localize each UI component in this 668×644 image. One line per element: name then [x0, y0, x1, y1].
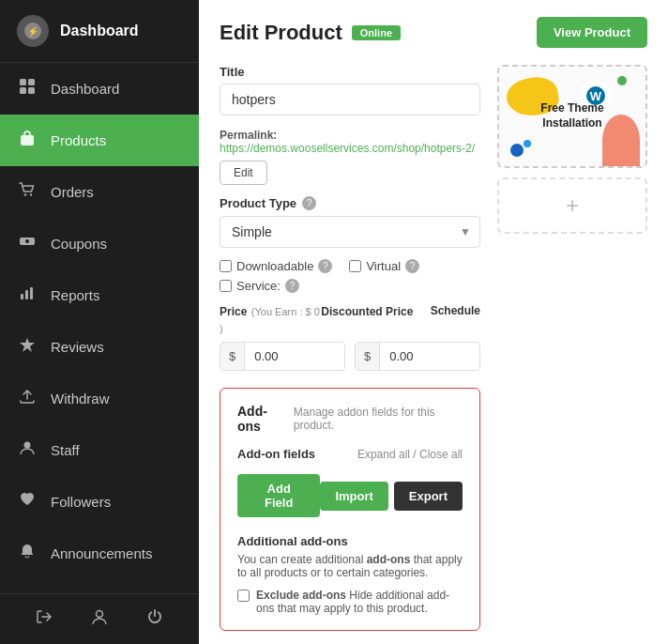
expand-close-all-button[interactable]: Expand all / Close all — [357, 448, 463, 461]
dashboard-icon: ⚡ — [17, 15, 49, 47]
svg-rect-13 — [30, 287, 33, 299]
virtual-checkbox[interactable] — [349, 260, 361, 272]
additional-addons-title: Additional add-ons — [237, 534, 463, 548]
sidebar-item-label: Dashboard — [51, 81, 119, 97]
product-type-row: Product Type ? — [220, 196, 480, 210]
price-currency-symbol: $ — [220, 343, 245, 370]
service-checkbox-item[interactable]: Service: ? — [220, 279, 299, 293]
sidebar-item-reviews[interactable]: Reviews — [0, 321, 199, 373]
sidebar-item-withdraw[interactable]: Withdraw — [0, 373, 199, 424]
schedule-label: Schedule — [431, 302, 480, 336]
svg-point-15 — [24, 442, 31, 449]
product-type-select[interactable]: Simple Variable Grouped External — [220, 216, 480, 248]
sidebar-bottom-bar — [0, 593, 199, 644]
svg-rect-6 — [21, 135, 34, 146]
discounted-currency-symbol: $ — [356, 343, 380, 370]
form-section: Title Permalink: https://demos.woosellse… — [220, 65, 647, 631]
sidebar-item-label: Orders — [51, 184, 94, 200]
addons-bold: add-ons — [367, 553, 411, 566]
cart-icon — [17, 181, 38, 203]
exclude-addons-row[interactable]: Exclude add-ons Hide additional add-ons … — [237, 589, 463, 615]
product-image-placeholder[interactable]: W Free ThemeInstallation — [497, 65, 647, 168]
plus-icon: + — [566, 192, 579, 219]
sidebar-item-orders[interactable]: Orders — [0, 166, 199, 218]
addons-header: Add-ons Manage addon fields for this pro… — [237, 404, 463, 434]
form-left: Title Permalink: https://demos.woosellse… — [220, 65, 480, 631]
exclude-addons-checkbox[interactable] — [237, 590, 250, 602]
permalink-url[interactable]: https://demos.woosellservices.com/shop/h… — [220, 142, 475, 155]
downloadable-checkbox[interactable] — [220, 260, 232, 272]
chart-icon — [17, 284, 38, 306]
power-icon[interactable] — [145, 607, 164, 631]
sidebar-logo: ⚡ Dashboard — [0, 0, 199, 63]
price-input[interactable] — [245, 343, 344, 370]
sidebar-navigation: Dashboard Products Orders — [0, 63, 199, 593]
sidebar-item-label: Announcements — [51, 545, 152, 561]
sidebar-item-label: Followers — [51, 494, 111, 510]
product-options-row: Downloadable ? Virtual ? — [220, 259, 480, 273]
page-title: Edit Product — [220, 21, 342, 45]
addon-buttons-row: Add Field Import Export — [237, 474, 463, 517]
profile-icon[interactable] — [90, 607, 109, 631]
virtual-checkbox-item[interactable]: Virtual ? — [349, 259, 419, 273]
virtual-help-icon[interactable]: ? — [405, 259, 419, 273]
exit-icon[interactable] — [35, 607, 53, 631]
main-content: Edit Product Online View Product Title P… — [199, 0, 668, 644]
downloadable-help-icon[interactable]: ? — [318, 259, 332, 273]
svg-point-17 — [96, 611, 102, 618]
sidebar-item-coupons[interactable]: Coupons — [0, 218, 199, 269]
import-button[interactable]: Import — [320, 482, 387, 511]
heart-icon — [17, 491, 38, 513]
permalink-edit-button[interactable]: Edit — [220, 161, 267, 185]
sidebar-item-label: Staff — [51, 442, 80, 458]
product-type-help-icon[interactable]: ? — [302, 196, 316, 210]
discounted-price-input[interactable] — [380, 343, 479, 370]
sidebar-item-label: Products — [51, 132, 106, 148]
sidebar-item-announcements[interactable]: Announcements — [0, 528, 199, 579]
svg-text:⚡: ⚡ — [27, 25, 39, 38]
sidebar-item-products[interactable]: Products — [0, 115, 199, 166]
add-field-button[interactable]: Add Field — [237, 474, 320, 517]
price-section: Price (You Earn : $ 0 ) Discounted Price… — [220, 302, 480, 371]
sidebar-item-settings[interactable]: Settings › — [0, 579, 199, 593]
deco-dot-blue-lg — [510, 144, 524, 157]
downloadable-checkbox-item[interactable]: Downloadable ? — [220, 259, 332, 273]
title-input[interactable] — [220, 84, 480, 115]
service-help-icon[interactable]: ? — [285, 279, 299, 293]
addons-subtitle: Manage addon fields for this product. — [294, 406, 463, 432]
sidebar-item-reports[interactable]: Reports — [0, 269, 199, 321]
svg-rect-5 — [28, 87, 35, 94]
add-gallery-image-button[interactable]: + — [497, 177, 647, 234]
product-type-label: Product Type — [220, 196, 296, 210]
sidebar-item-followers[interactable]: Followers — [0, 476, 199, 528]
star-icon — [17, 336, 38, 358]
sidebar-item-staff[interactable]: Staff — [0, 424, 199, 476]
exclude-addons-label: Exclude add-ons Hide additional add-ons … — [256, 589, 463, 615]
deco-pink-shape — [602, 115, 640, 166]
product-type-select-wrapper: Simple Variable Grouped External ▼ — [220, 216, 480, 248]
title-label: Title — [220, 65, 480, 79]
sidebar-item-dashboard[interactable]: Dashboard — [0, 63, 199, 115]
free-theme-text: Free ThemeInstallation — [540, 101, 603, 130]
price-col: Price (You Earn : $ 0 ) — [220, 302, 321, 336]
view-product-button[interactable]: View Product — [537, 17, 647, 48]
additional-addons-block: Additional add-ons You can create additi… — [237, 534, 463, 615]
svg-point-8 — [30, 193, 32, 195]
page-header: Edit Product Online View Product — [220, 17, 647, 48]
permalink-label: Permalink: — [220, 129, 277, 142]
export-button[interactable]: Export — [394, 482, 463, 511]
sidebar-item-label: Reports — [51, 287, 100, 303]
upload-icon — [17, 388, 38, 409]
svg-marker-14 — [20, 338, 35, 352]
product-image-decoration: W Free ThemeInstallation — [499, 67, 645, 166]
svg-rect-11 — [21, 294, 23, 299]
service-checkbox[interactable] — [220, 280, 232, 292]
service-row: Service: ? — [220, 279, 480, 293]
bell-icon — [17, 543, 38, 564]
discounted-price-input-wrap: $ — [355, 342, 480, 371]
additional-addons-text: You can create additional add-ons that a… — [237, 553, 463, 579]
svg-rect-2 — [20, 79, 26, 85]
virtual-label: Virtual — [366, 259, 401, 273]
deco-dot-green — [617, 76, 627, 85]
downloadable-label: Downloadable — [236, 259, 313, 273]
